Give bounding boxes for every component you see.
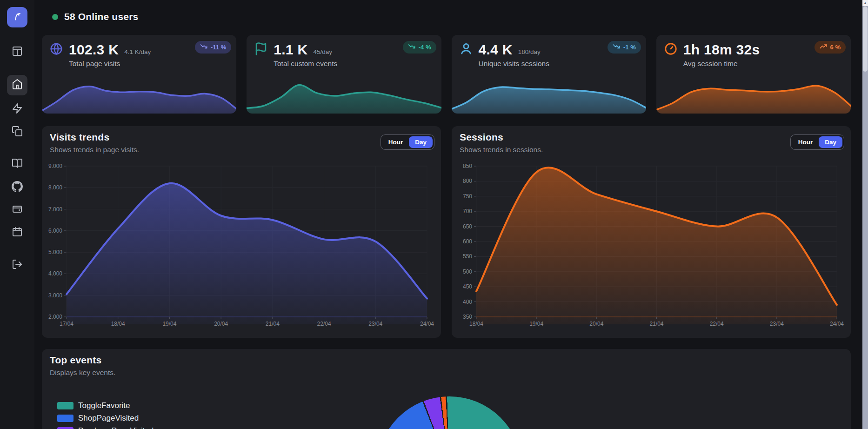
svg-text:450: 450 bbox=[463, 283, 472, 290]
panel-subtitle: Displays key events. bbox=[50, 369, 115, 377]
vertical-scrollbar[interactable]: ▲ bbox=[862, 0, 868, 429]
trending-down-icon bbox=[613, 43, 620, 52]
sidebar-item-docs[interactable] bbox=[12, 158, 23, 169]
legend-item-togglefavorite[interactable]: ToggleFavorite bbox=[57, 401, 154, 410]
svg-text:8.000: 8.000 bbox=[48, 184, 62, 191]
trending-down-icon bbox=[408, 43, 415, 52]
wallet-icon bbox=[12, 203, 23, 214]
sidebar-item-home[interactable] bbox=[7, 75, 27, 95]
svg-text:350: 350 bbox=[463, 314, 472, 320]
stat-value: 102.3 K bbox=[69, 42, 119, 58]
trend-badge: -1 % bbox=[608, 41, 641, 54]
svg-text:600: 600 bbox=[463, 238, 472, 245]
legend-item-purchasepagevisited[interactable]: PurchasePageVisited bbox=[57, 426, 154, 429]
sparkline-chart bbox=[656, 73, 851, 114]
top-events-legend: ToggleFavorite ShopPageVisited PurchaseP… bbox=[57, 401, 154, 429]
trending-up-icon bbox=[820, 43, 827, 52]
stat-label: Total page visits bbox=[42, 60, 236, 68]
svg-text:2.000: 2.000 bbox=[48, 314, 62, 320]
svg-text:23/04: 23/04 bbox=[368, 321, 382, 327]
sidebar-item-calendar[interactable] bbox=[12, 226, 23, 237]
sidebar-item-layout[interactable] bbox=[12, 46, 23, 57]
timer-icon bbox=[664, 42, 678, 58]
top-events-panel: Top events Displays key events. ToggleFa… bbox=[42, 349, 851, 429]
svg-text:3.000: 3.000 bbox=[48, 292, 62, 299]
app-logo[interactable] bbox=[7, 7, 27, 27]
svg-text:17/04: 17/04 bbox=[60, 321, 73, 327]
panel-title: Sessions bbox=[460, 132, 503, 143]
svg-text:22/04: 22/04 bbox=[317, 321, 331, 327]
svg-text:5.000: 5.000 bbox=[48, 249, 62, 255]
sparkline-chart bbox=[42, 73, 236, 114]
legend-swatch bbox=[57, 427, 73, 429]
svg-text:6.000: 6.000 bbox=[48, 228, 62, 234]
github-icon bbox=[12, 181, 23, 192]
sidebar-item-github[interactable] bbox=[12, 181, 23, 192]
sessions-chart: 85080075070065060055050045040035018/0419… bbox=[456, 158, 846, 337]
toggle-hour-button[interactable]: Hour bbox=[792, 136, 819, 148]
online-users-header: 58 Online users bbox=[52, 11, 138, 22]
toggle-day-button[interactable]: Day bbox=[819, 136, 842, 148]
svg-text:23/04: 23/04 bbox=[770, 321, 784, 327]
stat-rate: 4.1 K/day bbox=[124, 48, 151, 55]
toggle-day-button[interactable]: Day bbox=[409, 136, 433, 148]
trend-badge: 6 % bbox=[815, 41, 846, 54]
svg-text:21/04: 21/04 bbox=[266, 321, 280, 327]
trend-badge: -4 % bbox=[403, 41, 436, 54]
svg-text:400: 400 bbox=[463, 299, 472, 305]
scrollbar-thumb[interactable] bbox=[863, 7, 868, 72]
toggle-hour-button[interactable]: Hour bbox=[382, 136, 409, 148]
trending-down-icon bbox=[200, 43, 207, 52]
book-icon bbox=[12, 158, 23, 169]
svg-text:20/04: 20/04 bbox=[214, 321, 228, 327]
sidebar-item-billing[interactable] bbox=[12, 203, 23, 214]
sessions-hour-day-toggle: Hour Day bbox=[790, 134, 844, 150]
legend-item-shoppagevisited[interactable]: ShopPageVisited bbox=[57, 414, 154, 423]
svg-text:9.000: 9.000 bbox=[48, 163, 62, 169]
stat-value: 1.1 K bbox=[274, 42, 307, 58]
sidebar-item-events[interactable] bbox=[12, 103, 23, 114]
charts-row: Visits trends Shows trends in page visit… bbox=[42, 126, 851, 338]
calendar-icon bbox=[12, 226, 23, 237]
sparkline-chart bbox=[247, 73, 441, 114]
zap-icon bbox=[12, 103, 23, 114]
legend-swatch bbox=[57, 415, 73, 422]
sidebar-item-pages[interactable] bbox=[12, 126, 23, 137]
legend-swatch bbox=[57, 402, 73, 409]
stat-rate: 180/day bbox=[518, 48, 541, 55]
stat-card-avg-session-time: 1h 18m 32s Avg session time 6 % bbox=[656, 35, 851, 114]
panel-title: Top events bbox=[50, 355, 101, 366]
panel-title: Visits trends bbox=[50, 132, 109, 143]
panel-subtitle: Shows trends in page visits. bbox=[50, 146, 139, 154]
trend-badge: -11 % bbox=[195, 41, 231, 54]
svg-text:18/04: 18/04 bbox=[111, 321, 125, 327]
home-icon bbox=[12, 79, 23, 92]
svg-text:20/04: 20/04 bbox=[589, 321, 603, 327]
svg-text:18/04: 18/04 bbox=[469, 321, 483, 327]
user-icon bbox=[459, 42, 473, 58]
flag-icon bbox=[254, 42, 268, 58]
visits-trends-panel: Visits trends Shows trends in page visit… bbox=[42, 126, 441, 338]
analytics-logo-icon bbox=[11, 10, 23, 24]
stat-card-unique-visits-sessions: 4.4 K 180/day Unique visits sessions -1 … bbox=[452, 35, 646, 114]
stat-rate: 45/day bbox=[313, 48, 332, 55]
stat-value: 4.4 K bbox=[479, 42, 513, 58]
svg-text:7.000: 7.000 bbox=[48, 206, 62, 213]
online-users-label: 58 Online users bbox=[64, 11, 138, 22]
copy-icon bbox=[12, 126, 23, 137]
sidebar-item-logout[interactable] bbox=[12, 259, 23, 270]
sparkline-chart bbox=[452, 73, 646, 114]
sidebar bbox=[0, 0, 34, 429]
stat-cards-row: 102.3 K 4.1 K/day Total page visits -11 … bbox=[42, 35, 851, 114]
panel-subtitle: Shows trends in sessions. bbox=[460, 146, 543, 154]
svg-text:850: 850 bbox=[463, 163, 472, 169]
top-events-pie-chart bbox=[377, 396, 522, 429]
scrollbar-up-arrow[interactable]: ▲ bbox=[862, 0, 868, 6]
svg-text:19/04: 19/04 bbox=[529, 321, 543, 327]
sessions-panel: Sessions Shows trends in sessions. Hour … bbox=[452, 126, 851, 338]
visits-hour-day-toggle: Hour Day bbox=[381, 134, 434, 150]
visits-trends-chart: 9.0008.0007.0006.0005.0004.0003.0002.000… bbox=[47, 158, 436, 337]
svg-text:24/04: 24/04 bbox=[830, 321, 844, 327]
svg-text:800: 800 bbox=[463, 178, 472, 184]
svg-text:500: 500 bbox=[463, 268, 472, 275]
